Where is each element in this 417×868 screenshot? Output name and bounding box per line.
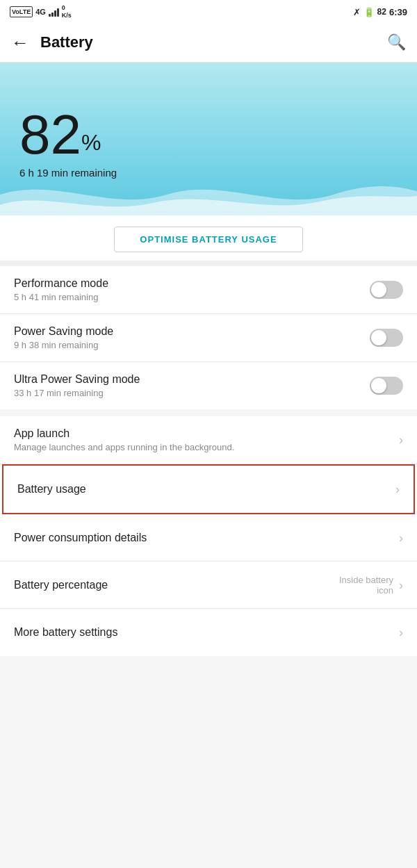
battery-percentage-title: Battery percentage <box>14 579 331 591</box>
power-saving-mode-title: Power Saving mode <box>14 325 361 338</box>
status-right: ✗ 🔋 82 6:39 <box>353 7 407 17</box>
battery-percent-display: 82 % <box>19 107 398 163</box>
volte-badge: VoLTE <box>10 6 33 17</box>
signal-bars <box>49 7 59 17</box>
power-saving-mode-sub: 9 h 38 min remaining <box>14 340 361 350</box>
ultra-power-saving-mode-toggle[interactable] <box>370 377 403 395</box>
more-battery-settings-item[interactable]: More battery settings › <box>0 609 417 656</box>
battery-percent-symbol: % <box>81 130 101 156</box>
bluetooth-icon: ✗ <box>353 7 361 17</box>
power-consumption-item[interactable]: Power consumption details › <box>0 514 417 562</box>
status-left: VoLTE 4G 0 K/s <box>10 4 72 19</box>
performance-mode-toggle[interactable] <box>370 281 403 299</box>
ultra-power-saving-mode-sub: 33 h 17 min remaining <box>14 388 361 398</box>
optimise-wrap: OPTIMISE BATTERY USAGE <box>0 215 417 266</box>
performance-mode-toggle-knob <box>371 282 386 297</box>
battery-percentage-chevron: › <box>399 579 403 591</box>
net-speed: 0 K/s <box>62 4 72 19</box>
ultra-power-saving-mode-title: Ultra Power Saving mode <box>14 373 361 386</box>
clock: 6:39 <box>389 7 407 17</box>
performance-mode-sub: 5 h 41 min remaining <box>14 292 361 302</box>
battery-percentage-status: 82 <box>377 7 386 17</box>
wave-graphic <box>0 174 417 215</box>
battery-percentage-item[interactable]: Battery percentage Inside battery icon › <box>0 562 417 609</box>
more-battery-settings-chevron: › <box>399 626 403 639</box>
battery-usage-title: Battery usage <box>17 483 387 496</box>
ultra-power-saving-mode-item[interactable]: Ultra Power Saving mode 33 h 17 min rema… <box>0 362 417 409</box>
app-launch-sub: Manage launches and apps running in the … <box>14 442 391 452</box>
battery-hero: 82 % 6 h 19 min remaining <box>0 63 417 215</box>
power-saving-mode-toggle-knob <box>371 330 386 345</box>
battery-usage-highlight-border: Battery usage › <box>2 464 415 514</box>
page-title: Battery <box>40 33 387 51</box>
power-saving-mode-item[interactable]: Power Saving mode 9 h 38 min remaining <box>0 314 417 362</box>
battery-percentage-badge: Inside battery icon <box>339 575 393 596</box>
app-launch-item[interactable]: App launch Manage launches and apps runn… <box>0 416 417 464</box>
optimise-battery-button[interactable]: OPTIMISE BATTERY USAGE <box>114 227 302 252</box>
4g-indicator: 4G <box>35 8 46 16</box>
search-button[interactable]: 🔍 <box>387 33 406 51</box>
power-consumption-chevron: › <box>399 532 403 544</box>
links-section: App launch Manage launches and apps runn… <box>0 416 417 656</box>
app-launch-chevron: › <box>399 434 403 446</box>
performance-mode-title: Performance mode <box>14 277 361 290</box>
app-launch-title: App launch <box>14 427 391 440</box>
battery-percent-value: 82 <box>19 107 81 163</box>
power-consumption-title: Power consumption details <box>14 532 391 544</box>
ultra-power-saving-mode-toggle-knob <box>371 378 386 393</box>
modes-section: Performance mode 5 h 41 min remaining Po… <box>0 266 417 409</box>
more-battery-settings-title: More battery settings <box>14 626 391 639</box>
toolbar: ← Battery 🔍 <box>0 22 417 63</box>
vibrate-icon: 🔋 <box>363 7 375 17</box>
status-bar: VoLTE 4G 0 K/s ✗ 🔋 82 6:39 <box>0 0 417 22</box>
back-button[interactable]: ← <box>11 33 29 51</box>
battery-usage-item[interactable]: Battery usage › <box>3 466 414 513</box>
battery-usage-chevron: › <box>395 483 400 496</box>
performance-mode-item[interactable]: Performance mode 5 h 41 min remaining <box>0 266 417 314</box>
power-saving-mode-toggle[interactable] <box>370 329 403 347</box>
